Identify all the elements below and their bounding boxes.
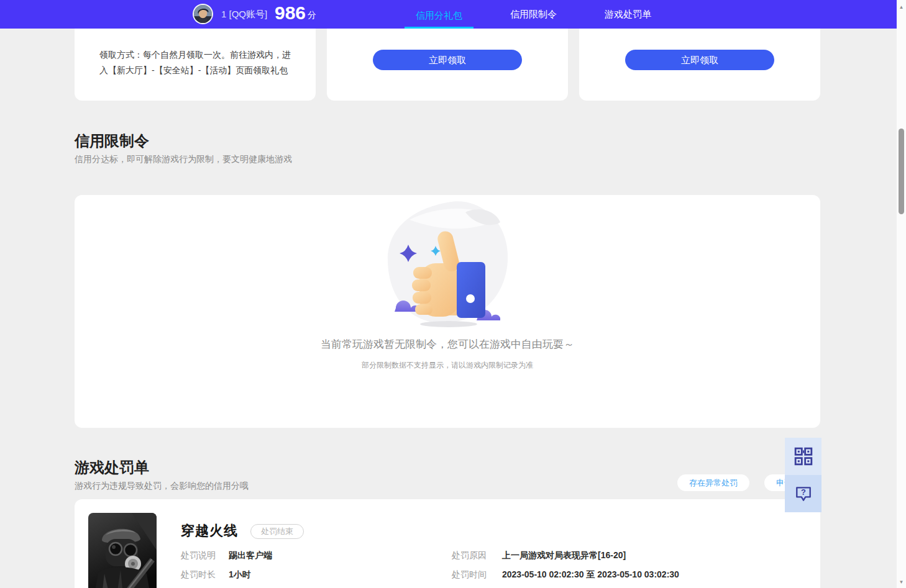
field-label: 处罚原因 [452, 550, 487, 561]
vertical-scrollbar[interactable]: ▲ ▼ [897, 0, 906, 588]
floating-tool-panel: ? [785, 438, 821, 512]
qr-code-icon [794, 447, 813, 466]
field-label: 处罚时间 [452, 569, 487, 581]
help-button[interactable]: ? [785, 475, 821, 512]
field-value: 2023-05-10 02:02:30 至 2023-05-10 03:02:3… [502, 569, 679, 581]
status-badge: 处罚结束 [250, 524, 304, 539]
thumbs-up-graphic [385, 195, 510, 328]
avatar-photo [194, 5, 212, 23]
scrollbar-thumb[interactable] [899, 129, 904, 214]
abnormal-punishment-button[interactable]: 存在异常处罚 [677, 474, 749, 491]
restriction-empty-card: 当前常玩游戏暂无限制令，您可以在游戏中自由玩耍～ 部分限制数据不支持显示，请以游… [75, 195, 820, 428]
claim-instructions-line2: 入【新大厅】-【安全站】-【活动】页面领取礼包 [99, 63, 293, 78]
qr-code-button[interactable] [785, 438, 821, 475]
game-thumbnail [88, 513, 157, 588]
account-label: 1 [QQ账号] [221, 9, 267, 20]
gift-card-info: 领取方式：每个自然月领取一次。前往游戏内，进 入【新大厅】-【安全站】-【活动】… [75, 29, 316, 101]
page-body: 领取方式：每个自然月领取一次。前往游戏内，进 入【新大厅】-【安全站】-【活动】… [0, 29, 897, 588]
avatar[interactable] [193, 4, 213, 24]
gift-card-row: 领取方式：每个自然月领取一次。前往游戏内，进 入【新大厅】-【安全站】-【活动】… [75, 29, 820, 101]
punishment-title: 游戏处罚单 [75, 459, 820, 476]
scroll-down-arrow[interactable]: ▼ [897, 579, 906, 585]
credit-score-unit: 分 [308, 10, 316, 20]
gift-card-2: 立即领取 [327, 29, 568, 101]
top-nav-bar: 1 [QQ账号] 986分 信用分礼包 信用限制令 游戏处罚单 [0, 0, 897, 29]
restriction-empty-message: 当前常玩游戏暂无限制令，您可以在游戏中自由玩耍～ [75, 337, 820, 351]
gift-card-3: 立即领取 [579, 29, 820, 101]
nav-tabs: 信用分礼包 信用限制令 游戏处罚单 [405, 0, 662, 29]
tab-credit-restriction[interactable]: 信用限制令 [499, 0, 568, 29]
punishment-record-card: 穿越火线 处罚结束 处罚说明 踢出客户端 处罚原因 上一局游戏对局表现异常[16… [75, 499, 820, 588]
restriction-empty-note: 部分限制数据不支持显示，请以游戏内限制记录为准 [75, 360, 820, 371]
claim-now-button[interactable]: 立即领取 [373, 50, 522, 70]
soldier-image [88, 513, 157, 588]
field-label: 处罚说明 [181, 550, 216, 561]
tab-game-punishment[interactable]: 游戏处罚单 [593, 0, 662, 29]
tab-credit-gift[interactable]: 信用分礼包 [405, 0, 474, 29]
credit-score: 986分 [275, 2, 316, 24]
claim-now-button[interactable]: 立即领取 [625, 50, 774, 70]
restriction-title: 信用限制令 [75, 132, 820, 150]
field-value: 上一局游戏对局表现异常[16-20] [502, 550, 626, 561]
field-label: 处罚时长 [181, 569, 216, 581]
claim-instructions-line1: 领取方式：每个自然月领取一次。前往游戏内，进 [99, 47, 293, 63]
field-value: 1小时 [229, 569, 251, 581]
punishment-section-header: 游戏处罚单 游戏行为违规导致处罚，会影响您的信用分哦 存在异常处罚 申请处罚 [75, 459, 820, 491]
game-name: 穿越火线 [181, 522, 238, 540]
restriction-section-header: 信用限制令 信用分达标，即可解除游戏行为限制，要文明健康地游戏 [75, 132, 820, 165]
credit-score-value: 986 [275, 2, 306, 23]
help-bubble-icon: ? [794, 484, 813, 503]
thumbs-up-illustration [385, 195, 510, 328]
restriction-subtitle: 信用分达标，即可解除游戏行为限制，要文明健康地游戏 [75, 153, 820, 165]
svg-text:?: ? [801, 487, 806, 497]
scroll-up-arrow[interactable]: ▲ [897, 4, 906, 10]
claim-instructions: 领取方式：每个自然月领取一次。前往游戏内，进 入【新大厅】-【安全站】-【活动】… [75, 29, 316, 78]
field-value: 踢出客户端 [229, 550, 272, 561]
